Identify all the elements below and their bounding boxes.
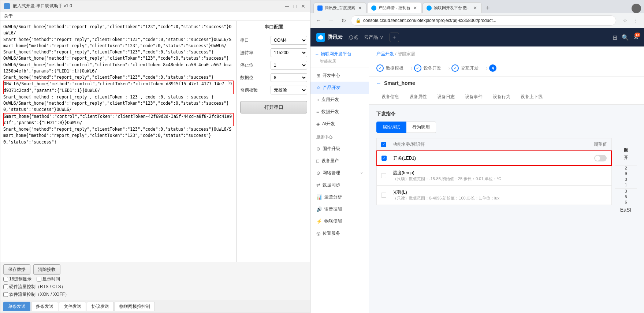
- parity-select[interactable]: 无校验 奇校验 偶校验: [271, 86, 307, 94]
- svg-point-3: [319, 35, 322, 38]
- address-row: ← → ↻ 🔒 console.cloud.tencent.com/iotexp…: [310, 13, 644, 28]
- temp-name-col: 温度(temp) （只读）数值范围：-15-85,初始值：25,步长：0.01,…: [393, 170, 531, 182]
- browser-tab-baidu[interactable]: 腾讯云_百度搜索 ✕: [313, 2, 366, 13]
- tab-iot-label: 物联网开发平台 数...: [434, 5, 470, 11]
- tab-console-close[interactable]: ✕: [413, 5, 418, 11]
- device-tab-props[interactable]: 设备属性: [404, 90, 432, 104]
- sidebar-section-service: ⊙ 固件升级 □ 设备量产 ⊙ 网络管理 ∨ ⇄: [310, 141, 369, 242]
- menu-bar: 关于: [0, 12, 310, 21]
- sidebar-item-datasync[interactable]: ⇄ 数据同步: [310, 179, 369, 191]
- sidebar-item-network[interactable]: ⊙ 网络管理 ∨: [310, 167, 369, 179]
- topnav-products[interactable]: 云产品 ∨: [364, 34, 384, 41]
- databit-label: 数据位: [240, 75, 253, 81]
- address-bar[interactable]: 🔒 console.cloud.tencent.com/iotexplorer/…: [351, 15, 616, 26]
- sidebar-item-ops[interactable]: 📊 运营分析: [310, 191, 369, 203]
- menu-about[interactable]: 关于: [4, 13, 13, 19]
- step-done-icon-1: ✓: [376, 64, 384, 72]
- hex-display-checkbox[interactable]: 16进制显示: [3, 276, 31, 282]
- device-tab-online[interactable]: 设备上下线: [515, 90, 548, 104]
- breadcrumb-sep: /: [395, 51, 398, 56]
- databit-select[interactable]: 8 5 6 7: [271, 73, 307, 82]
- sidebar-item-devcenter[interactable]: ⊞ 开发中心: [310, 70, 369, 82]
- tab-multi-send[interactable]: 多条发送: [31, 302, 58, 311]
- sidebar-item-ai[interactable]: ◈ AI开发: [310, 118, 369, 130]
- led-checkbox[interactable]: ✓: [381, 156, 387, 161]
- sidebar-item-location[interactable]: ◎ 位置服务: [310, 227, 369, 239]
- main-content: OuWL6/Smart_home{"method":"report_reply"…: [0, 21, 310, 262]
- port-select[interactable]: COM4 COM1 COM2 COM3: [271, 36, 307, 45]
- minimize-button[interactable]: ─: [284, 3, 290, 10]
- ai-dev-icon: ◈: [316, 121, 320, 127]
- sub-back-button[interactable]: ←: [376, 81, 381, 86]
- data-dev-icon: ≡: [316, 109, 319, 115]
- sidebar-item-mass[interactable]: □ 设备量产: [310, 155, 369, 167]
- browser-tab-iot[interactable]: 物联网开发平台 数... ✕: [422, 2, 482, 13]
- led-value-col: [533, 155, 607, 161]
- sidebar-item-app[interactable]: ○ 应用开发: [310, 94, 369, 106]
- search-icon-top[interactable]: 🔍: [622, 34, 629, 41]
- show-time-label: 显示时间: [42, 276, 60, 282]
- sidebar-item-iot[interactable]: ⚡ 物联便能: [310, 215, 369, 227]
- hex-display-label: 16进制显示: [9, 276, 31, 282]
- tab-file-send[interactable]: 文件发送: [59, 302, 86, 311]
- device-tab-log[interactable]: 设备日志: [432, 90, 460, 104]
- sidebar-item-product[interactable]: ☆ 产品开发: [310, 82, 369, 94]
- bookmark-button[interactable]: ☆: [620, 15, 630, 26]
- lock-icon: 🔒: [355, 18, 361, 23]
- sidebar-item-data[interactable]: ≡ 数据开发: [310, 106, 369, 118]
- baud-select[interactable]: 115200 9600 19200 38400: [271, 48, 307, 57]
- stopbit-row: 停止位 1 1.5 2: [240, 61, 307, 70]
- topnav-right: ⊞ 🔍 ✉ 13: [613, 34, 638, 41]
- page-content: 腾讯云 总览 云产品 ∨ + ⊞ 🔍 ✉ 13: [310, 28, 644, 313]
- tab-single-send[interactable]: 单条发送: [3, 302, 30, 311]
- xon-checkbox[interactable]: 软件流量控制（XON / XOFF）: [3, 291, 69, 298]
- browser-account-icon[interactable]: [632, 4, 641, 13]
- sidebar-item-firmware[interactable]: ⊙ 固件升级: [310, 143, 369, 155]
- topnav-overview[interactable]: 总览: [349, 34, 358, 41]
- log-line-1: OuWL6/Smart_home{"method":"report_reply"…: [3, 24, 234, 37]
- cmd-tab-behavior[interactable]: 行为调用: [406, 122, 436, 133]
- light-checkbox[interactable]: [381, 193, 386, 198]
- forward-nav-button[interactable]: →: [326, 15, 336, 26]
- show-time-checkbox[interactable]: 显示时间: [37, 276, 60, 282]
- step-label-2: 设备开发: [424, 65, 441, 71]
- back-nav-button[interactable]: ←: [313, 15, 324, 26]
- led-toggle[interactable]: [594, 155, 607, 161]
- log-highlight-1: OHW L6/Smart_home{"method":"control","cl…: [3, 81, 234, 94]
- device-tab-info[interactable]: 设备信息: [376, 90, 404, 104]
- menu-dots-button[interactable]: ⋮: [631, 15, 641, 26]
- tab-iot-close[interactable]: ✕: [473, 5, 478, 11]
- tab-iot-control[interactable]: 物联网模拟控制: [115, 302, 155, 311]
- tab-protocol-send[interactable]: 协议发送: [87, 302, 114, 311]
- topnav-add-button[interactable]: +: [390, 33, 399, 42]
- step-arrow-1: ›: [411, 65, 413, 71]
- rts-checkbox[interactable]: 硬件流量控制（RTS / CTS）: [3, 284, 66, 290]
- back-arrow-icon: ←: [315, 52, 319, 57]
- cmd-tab-props[interactable]: 属性调试: [376, 122, 406, 133]
- save-data-button[interactable]: 保存数据: [3, 264, 30, 275]
- breadcrumb-link[interactable]: 产品开发: [376, 51, 394, 56]
- tab-baidu-close[interactable]: ✕: [357, 5, 362, 11]
- clear-receive-button[interactable]: 清除接收: [33, 264, 60, 275]
- apps-icon[interactable]: ⊞: [613, 34, 617, 41]
- checkbox-row-2: 硬件流量控制（RTS / CTS）: [3, 284, 307, 290]
- temp-checkbox[interactable]: [381, 173, 386, 178]
- device-tab-behavior[interactable]: 设备行为: [488, 90, 515, 104]
- table-row-temp: 温度(temp) （只读）数值范围：-15-85,初始值：25,步长：0.01,…: [376, 166, 612, 185]
- new-tab-button[interactable]: +: [483, 3, 493, 13]
- header-checkbox[interactable]: ✓: [381, 142, 386, 147]
- browser-chrome: 腾讯云_百度搜索 ✕ 产品详情 - 控制台 ✕ 物联网开发平台 数... ✕ +…: [310, 0, 644, 28]
- serial-debug-tool: 嵌入式开发-串口调试助手 v1.0 ─ □ ✕ 关于 OuWL6/Smart_h…: [0, 0, 310, 313]
- sidebar-back-button[interactable]: ← 物联网开发平台: [315, 51, 364, 57]
- message-icon[interactable]: ✉ 13: [633, 34, 638, 41]
- refresh-nav-button[interactable]: ↻: [338, 15, 349, 26]
- stopbit-select[interactable]: 1 1.5 2: [271, 61, 307, 70]
- temp-hint: （只读）数值范围：-15-85,初始值：25,步长：0.01,单位：°C: [393, 176, 531, 182]
- sidebar-item-voice[interactable]: 🔊 语音技能: [310, 203, 369, 215]
- close-button[interactable]: ✕: [300, 3, 306, 10]
- device-tab-events[interactable]: 设备事件: [460, 90, 488, 104]
- tab-bar: 单条发送 多条发送 文件发送 协议发送 物联网模拟控制: [0, 300, 310, 313]
- maximize-button[interactable]: □: [292, 3, 298, 10]
- browser-tab-console[interactable]: 产品详情 - 控制台 ✕: [367, 2, 422, 13]
- open-port-button[interactable]: 打开串口: [240, 101, 307, 113]
